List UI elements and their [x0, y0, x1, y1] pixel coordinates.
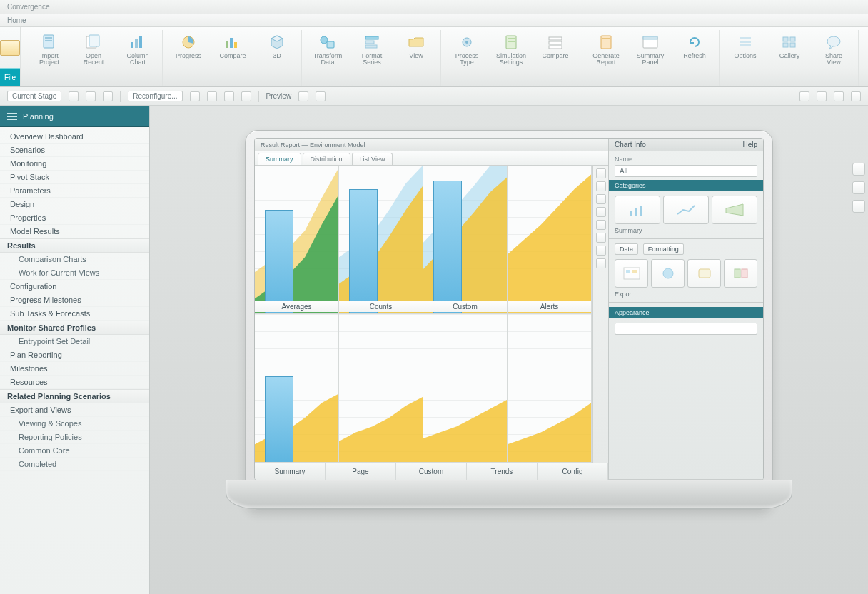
chart-tool-button[interactable]: [596, 168, 606, 178]
sidebar-item[interactable]: Parameters: [0, 184, 149, 198]
chart-tool-button[interactable]: [596, 246, 606, 256]
sidebar-item[interactable]: Monitor Shared Profiles: [0, 321, 149, 335]
inspector-header-right[interactable]: Help: [742, 141, 757, 148]
ribbon-item[interactable]: Gallery: [769, 31, 809, 84]
chart-tool-button[interactable]: [596, 233, 606, 243]
inner-tab[interactable]: List View: [352, 153, 393, 165]
ribbon-item[interactable]: ColumnChart: [118, 31, 158, 84]
tool-mini-button[interactable]: [851, 91, 861, 101]
sidebar-item[interactable]: Work for Current Views: [0, 266, 149, 280]
chart-cell[interactable]: [423, 314, 508, 463]
sidebar-item[interactable]: Export and Views: [0, 403, 149, 417]
inner-tab[interactable]: Distribution: [303, 153, 350, 165]
stage-field[interactable]: Current Stage: [7, 91, 61, 101]
tool-mini-button[interactable]: [298, 91, 308, 101]
sidebar-item[interactable]: Sub Tasks & Forecasts: [0, 307, 149, 321]
sidebar-item[interactable]: Model Results: [0, 225, 149, 238]
sidebar-item[interactable]: Properties: [0, 211, 149, 225]
bottom-strip-cell[interactable]: Summary: [255, 463, 326, 480]
bottom-strip-cell[interactable]: Page: [326, 463, 396, 480]
ribbon-item[interactable]: 3D: [257, 31, 297, 84]
ribbon-item[interactable]: FormatSeries: [352, 31, 392, 84]
floating-button[interactable]: [852, 181, 865, 194]
ribbon-file-label[interactable]: File: [0, 68, 20, 86]
chart-tool-button[interactable]: [596, 181, 606, 191]
tool-mini-button[interactable]: [817, 91, 827, 101]
tool-mini-button[interactable]: [69, 91, 79, 101]
tool-mini-button[interactable]: [834, 91, 844, 101]
inspector-thumb[interactable]: [615, 259, 648, 288]
inspector-export-label[interactable]: Export: [615, 291, 757, 298]
chart-cell[interactable]: Custom: [423, 166, 508, 314]
inspector-tab-data[interactable]: Data: [615, 243, 638, 255]
ribbon-item[interactable]: View: [396, 31, 436, 84]
chart-tool-button[interactable]: [596, 207, 606, 217]
floating-button[interactable]: [852, 163, 865, 176]
inspector-thumb[interactable]: [724, 259, 757, 288]
ribbon-item[interactable]: Export: [864, 31, 868, 84]
inner-tab[interactable]: Summary: [258, 153, 301, 165]
tool-mini-button[interactable]: [207, 91, 217, 101]
chart-cell[interactable]: Counts: [339, 166, 423, 314]
ribbon-item[interactable]: Compare: [535, 31, 575, 84]
ribbon-file-tab[interactable]: File: [0, 27, 21, 86]
floating-button[interactable]: [852, 200, 865, 213]
ribbon-item[interactable]: ProcessType: [447, 31, 487, 84]
inspector-tab-formatting[interactable]: Formatting: [643, 243, 684, 255]
tool-mini-button[interactable]: [190, 91, 200, 101]
tool-mini-button[interactable]: [224, 91, 234, 101]
ribbon-item[interactable]: Compare: [213, 31, 253, 84]
bottom-strip-cell[interactable]: Config: [538, 463, 608, 480]
sidebar-item[interactable]: Plan Reporting: [0, 348, 149, 362]
chart-cell[interactable]: Alerts: [508, 166, 592, 314]
inspector-thumb[interactable]: [712, 196, 757, 224]
sidebar-item[interactable]: Milestones: [0, 362, 149, 376]
ribbon-item[interactable]: OpenRecent: [74, 31, 113, 84]
ribbon-item[interactable]: ImportProject: [29, 31, 69, 84]
ribbon-item[interactable]: GenerateReport: [586, 31, 626, 84]
inspector-name-field[interactable]: All: [615, 165, 757, 177]
sidebar-item[interactable]: Monitoring: [0, 157, 149, 171]
sidebar-item[interactable]: Design: [0, 198, 149, 211]
inspector-thumb[interactable]: [615, 196, 660, 224]
sidebar-item[interactable]: Pivot Stack: [0, 171, 149, 184]
tool-mini-button[interactable]: [799, 91, 809, 101]
chart-tool-button[interactable]: [596, 220, 606, 230]
sidebar-item[interactable]: Completed: [0, 458, 149, 471]
bottom-strip-cell[interactable]: Custom: [396, 463, 467, 480]
inspector-thumb[interactable]: [663, 196, 709, 224]
inspector-appearance-field[interactable]: [615, 323, 757, 335]
tool-mini-button[interactable]: [86, 91, 96, 101]
hamburger-icon[interactable]: [7, 113, 17, 120]
sidebar-item[interactable]: Resources: [0, 376, 149, 389]
ribbon-item[interactable]: Progress: [168, 31, 208, 84]
ribbon-item[interactable]: Refresh: [675, 31, 715, 84]
sidebar-item[interactable]: Overview Dashboard: [0, 130, 149, 144]
ribbon-item[interactable]: SummaryPanel: [630, 31, 670, 84]
chart-tool-button[interactable]: [596, 258, 606, 268]
chart-cell[interactable]: [339, 314, 423, 463]
sidebar-item[interactable]: Scenarios: [0, 144, 149, 157]
tool-mini-button[interactable]: [103, 91, 113, 101]
sidebar-item[interactable]: Entrypoint Set Detail: [0, 335, 149, 348]
sidebar-item[interactable]: Results: [0, 238, 149, 253]
chart-cell[interactable]: Averages: [255, 166, 339, 314]
sidebar-item[interactable]: Comparison Charts: [0, 253, 149, 266]
inspector-thumb[interactable]: [651, 259, 685, 288]
sidebar-item[interactable]: Common Core: [0, 444, 149, 458]
ribbon-item[interactable]: ShareView: [814, 31, 854, 84]
sidebar-item[interactable]: Progress Milestones: [0, 293, 149, 307]
reconfigure-field[interactable]: Reconfigure...: [128, 91, 182, 101]
sidebar-item[interactable]: Configuration: [0, 280, 149, 293]
bottom-strip-cell[interactable]: Trends: [467, 463, 538, 480]
chart-cell[interactable]: [255, 314, 339, 463]
menu-item[interactable]: Home: [7, 16, 26, 24]
sidebar-item[interactable]: Viewing & Scopes: [0, 417, 149, 431]
ribbon-item[interactable]: TransformData: [308, 31, 348, 84]
sidebar-item[interactable]: Reporting Policies: [0, 431, 149, 444]
tool-mini-button[interactable]: [241, 91, 251, 101]
chart-cell[interactable]: [508, 314, 592, 463]
ribbon-item[interactable]: Options: [725, 31, 765, 84]
inspector-thumb[interactable]: [687, 259, 721, 288]
chart-tool-button[interactable]: [596, 194, 606, 204]
